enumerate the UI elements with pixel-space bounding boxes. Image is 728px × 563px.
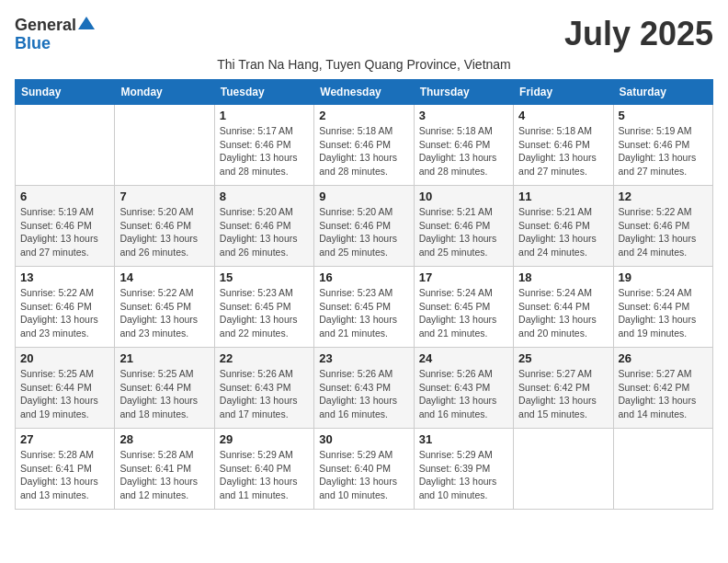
calendar-week-row: 1Sunrise: 5:17 AMSunset: 6:46 PMDaylight… <box>16 105 713 186</box>
day-number: 29 <box>220 432 309 446</box>
day-info: Sunrise: 5:21 AMSunset: 6:46 PMDaylight:… <box>419 205 508 259</box>
day-info: Sunrise: 5:28 AMSunset: 6:41 PMDaylight:… <box>20 448 109 502</box>
calendar-cell: 6Sunrise: 5:19 AMSunset: 6:46 PMDaylight… <box>16 186 115 267</box>
calendar-cell <box>115 105 214 186</box>
day-info: Sunrise: 5:28 AMSunset: 6:41 PMDaylight:… <box>119 448 209 502</box>
day-number: 1 <box>220 109 309 122</box>
calendar-week-row: 13Sunrise: 5:22 AMSunset: 6:46 PMDayligh… <box>16 267 713 348</box>
logo-blue-text: Blue <box>15 35 51 52</box>
day-number: 5 <box>619 109 708 122</box>
day-number: 2 <box>319 109 408 122</box>
day-info: Sunrise: 5:26 AMSunset: 6:43 PMDaylight:… <box>319 367 408 421</box>
day-info: Sunrise: 5:27 AMSunset: 6:42 PMDaylight:… <box>518 367 608 421</box>
calendar-day-header: Monday <box>115 80 214 105</box>
day-info: Sunrise: 5:29 AMSunset: 6:40 PMDaylight:… <box>220 448 309 502</box>
day-number: 17 <box>419 270 508 284</box>
calendar-cell: 20Sunrise: 5:25 AMSunset: 6:44 PMDayligh… <box>16 348 115 429</box>
day-info: Sunrise: 5:24 AMSunset: 6:44 PMDaylight:… <box>619 286 708 340</box>
calendar-cell: 26Sunrise: 5:27 AMSunset: 6:42 PMDayligh… <box>613 348 712 429</box>
calendar-day-header: Wednesday <box>314 80 414 105</box>
day-info: Sunrise: 5:18 AMSunset: 6:46 PMDaylight:… <box>319 124 408 178</box>
day-info: Sunrise: 5:24 AMSunset: 6:44 PMDaylight:… <box>518 286 608 340</box>
calendar-cell: 25Sunrise: 5:27 AMSunset: 6:42 PMDayligh… <box>514 348 613 429</box>
day-number: 31 <box>419 432 508 446</box>
day-info: Sunrise: 5:26 AMSunset: 6:43 PMDaylight:… <box>419 367 508 421</box>
calendar-cell: 4Sunrise: 5:18 AMSunset: 6:46 PMDaylight… <box>514 105 613 186</box>
calendar-cell: 14Sunrise: 5:22 AMSunset: 6:45 PMDayligh… <box>115 267 214 348</box>
day-info: Sunrise: 5:18 AMSunset: 6:46 PMDaylight:… <box>518 124 608 178</box>
day-number: 22 <box>220 351 309 365</box>
day-number: 11 <box>518 190 608 203</box>
calendar-cell <box>16 105 115 186</box>
calendar-cell: 16Sunrise: 5:23 AMSunset: 6:45 PMDayligh… <box>314 267 414 348</box>
day-number: 13 <box>20 270 109 284</box>
day-number: 9 <box>319 190 408 203</box>
calendar-cell: 11Sunrise: 5:21 AMSunset: 6:46 PMDayligh… <box>514 186 613 267</box>
calendar-week-row: 20Sunrise: 5:25 AMSunset: 6:44 PMDayligh… <box>16 348 713 429</box>
calendar-cell: 8Sunrise: 5:20 AMSunset: 6:46 PMDaylight… <box>214 186 313 267</box>
calendar-cell: 12Sunrise: 5:22 AMSunset: 6:46 PMDayligh… <box>613 186 712 267</box>
day-number: 12 <box>619 190 708 203</box>
day-info: Sunrise: 5:20 AMSunset: 6:46 PMDaylight:… <box>119 205 209 259</box>
calendar-week-row: 27Sunrise: 5:28 AMSunset: 6:41 PMDayligh… <box>16 429 713 510</box>
day-info: Sunrise: 5:17 AMSunset: 6:46 PMDaylight:… <box>220 124 309 178</box>
calendar-cell: 28Sunrise: 5:28 AMSunset: 6:41 PMDayligh… <box>115 429 214 510</box>
day-info: Sunrise: 5:22 AMSunset: 6:46 PMDaylight:… <box>20 286 109 340</box>
calendar-header-row: SundayMondayTuesdayWednesdayThursdayFrid… <box>16 80 713 105</box>
day-number: 14 <box>119 270 209 284</box>
day-info: Sunrise: 5:27 AMSunset: 6:42 PMDaylight:… <box>619 367 708 421</box>
day-info: Sunrise: 5:25 AMSunset: 6:44 PMDaylight:… <box>20 367 109 421</box>
day-number: 26 <box>619 351 708 365</box>
calendar-table: SundayMondayTuesdayWednesdayThursdayFrid… <box>15 79 713 510</box>
day-number: 16 <box>319 270 408 284</box>
calendar-title: July 2025 <box>564 15 713 53</box>
calendar-cell <box>613 429 712 510</box>
day-info: Sunrise: 5:26 AMSunset: 6:43 PMDaylight:… <box>220 367 309 421</box>
page-header: General Blue July 2025 <box>15 15 713 53</box>
day-info: Sunrise: 5:29 AMSunset: 6:40 PMDaylight:… <box>319 448 408 502</box>
day-number: 20 <box>20 351 109 365</box>
day-number: 25 <box>518 351 608 365</box>
calendar-cell: 22Sunrise: 5:26 AMSunset: 6:43 PMDayligh… <box>214 348 313 429</box>
day-number: 18 <box>518 270 608 284</box>
calendar-cell: 5Sunrise: 5:19 AMSunset: 6:46 PMDaylight… <box>613 105 712 186</box>
day-number: 19 <box>619 270 708 284</box>
logo-icon <box>78 15 95 31</box>
day-number: 8 <box>220 190 309 203</box>
day-info: Sunrise: 5:19 AMSunset: 6:46 PMDaylight:… <box>619 124 708 178</box>
calendar-cell: 1Sunrise: 5:17 AMSunset: 6:46 PMDaylight… <box>214 105 313 186</box>
calendar-cell: 31Sunrise: 5:29 AMSunset: 6:39 PMDayligh… <box>414 429 513 510</box>
calendar-cell: 29Sunrise: 5:29 AMSunset: 6:40 PMDayligh… <box>214 429 313 510</box>
calendar-cell: 27Sunrise: 5:28 AMSunset: 6:41 PMDayligh… <box>16 429 115 510</box>
day-number: 3 <box>419 109 508 122</box>
calendar-cell: 3Sunrise: 5:18 AMSunset: 6:46 PMDaylight… <box>414 105 513 186</box>
day-number: 28 <box>119 432 209 446</box>
svg-marker-0 <box>78 17 95 29</box>
day-number: 4 <box>518 109 608 122</box>
calendar-day-header: Tuesday <box>214 80 313 105</box>
day-info: Sunrise: 5:23 AMSunset: 6:45 PMDaylight:… <box>319 286 408 340</box>
calendar-day-header: Sunday <box>16 80 115 105</box>
calendar-day-header: Saturday <box>613 80 712 105</box>
calendar-cell: 13Sunrise: 5:22 AMSunset: 6:46 PMDayligh… <box>16 267 115 348</box>
calendar-cell: 7Sunrise: 5:20 AMSunset: 6:46 PMDaylight… <box>115 186 214 267</box>
calendar-week-row: 6Sunrise: 5:19 AMSunset: 6:46 PMDaylight… <box>16 186 713 267</box>
day-number: 24 <box>419 351 508 365</box>
day-info: Sunrise: 5:21 AMSunset: 6:46 PMDaylight:… <box>518 205 608 259</box>
day-info: Sunrise: 5:18 AMSunset: 6:46 PMDaylight:… <box>419 124 508 178</box>
day-number: 10 <box>419 190 508 203</box>
day-info: Sunrise: 5:19 AMSunset: 6:46 PMDaylight:… <box>20 205 109 259</box>
day-info: Sunrise: 5:20 AMSunset: 6:46 PMDaylight:… <box>220 205 309 259</box>
calendar-cell: 17Sunrise: 5:24 AMSunset: 6:45 PMDayligh… <box>414 267 513 348</box>
day-info: Sunrise: 5:29 AMSunset: 6:39 PMDaylight:… <box>419 448 508 502</box>
calendar-cell <box>514 429 613 510</box>
day-number: 23 <box>319 351 408 365</box>
day-number: 21 <box>119 351 209 365</box>
day-info: Sunrise: 5:23 AMSunset: 6:45 PMDaylight:… <box>220 286 309 340</box>
day-info: Sunrise: 5:25 AMSunset: 6:44 PMDaylight:… <box>119 367 209 421</box>
calendar-cell: 18Sunrise: 5:24 AMSunset: 6:44 PMDayligh… <box>514 267 613 348</box>
day-number: 7 <box>119 190 209 203</box>
day-info: Sunrise: 5:24 AMSunset: 6:45 PMDaylight:… <box>419 286 508 340</box>
calendar-cell: 23Sunrise: 5:26 AMSunset: 6:43 PMDayligh… <box>314 348 414 429</box>
calendar-day-header: Friday <box>514 80 613 105</box>
